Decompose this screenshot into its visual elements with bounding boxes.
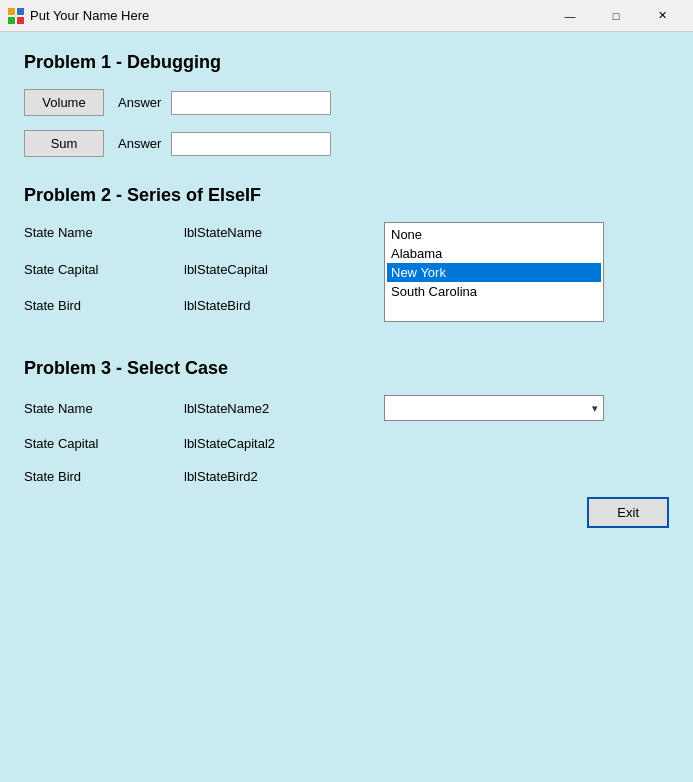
sum-button[interactable]: Sum (24, 130, 104, 157)
answer-label-2: Answer (118, 136, 161, 151)
problem1-section: Problem 1 - Debugging Volume Answer Sum … (24, 52, 669, 157)
svg-rect-1 (17, 8, 24, 15)
listbox-item-alabama[interactable]: Alabama (387, 244, 601, 263)
svg-rect-2 (8, 17, 15, 24)
state-listbox[interactable]: None Alabama New York South Carolina (384, 222, 604, 322)
lbl-state-capital-p3: lblStateCapital2 (184, 433, 384, 454)
lbl-state-bird-p2: lblStateBird (184, 295, 384, 316)
problem2-heading: Problem 2 - Series of ElseIF (24, 185, 669, 206)
svg-rect-3 (17, 17, 24, 24)
lbl-state-capital-p2: lblStateCapital (184, 259, 384, 280)
minimize-button[interactable]: — (547, 0, 593, 32)
problem1-heading: Problem 1 - Debugging (24, 52, 669, 73)
state-name-label-p3: State Name (24, 398, 184, 419)
maximize-button[interactable]: □ (593, 0, 639, 32)
listbox-item-none[interactable]: None (387, 225, 601, 244)
state-name-label-p2: State Name (24, 222, 184, 243)
svg-rect-0 (8, 8, 15, 15)
problem2-grid: State Name lblStateName None Alabama New… (24, 222, 669, 322)
problem3-section: Problem 3 - Select Case State Name lblSt… (24, 358, 669, 528)
state-capital-label-p2: State Capital (24, 259, 184, 280)
lbl-state-name-p2: lblStateName (184, 222, 384, 243)
listbox-item-southcarolina[interactable]: South Carolina (387, 282, 601, 301)
close-button[interactable]: ✕ (639, 0, 685, 32)
problem3-heading: Problem 3 - Select Case (24, 358, 669, 379)
volume-row: Volume Answer (24, 89, 669, 116)
sum-answer-input[interactable] (171, 132, 331, 156)
lbl-state-name-p3: lblStateName2 (184, 398, 384, 419)
window-controls: — □ ✕ (547, 0, 685, 32)
sum-row: Sum Answer (24, 130, 669, 157)
exit-button-row: Exit (24, 497, 669, 528)
lbl-state-bird-p3: lblStateBird2 (184, 466, 384, 487)
state-combobox-wrapper: None Alabama New York South Carolina ▾ (384, 395, 604, 421)
listbox-item-newyork[interactable]: New York (387, 263, 601, 282)
app-title: Put Your Name Here (30, 8, 547, 23)
volume-button[interactable]: Volume (24, 89, 104, 116)
answer-label-1: Answer (118, 95, 161, 110)
exit-button[interactable]: Exit (587, 497, 669, 528)
state-bird-label-p3: State Bird (24, 466, 184, 487)
combobox-container: None Alabama New York South Carolina ▾ (384, 395, 669, 421)
app-icon (8, 8, 24, 24)
main-content: Problem 1 - Debugging Volume Answer Sum … (0, 32, 693, 576)
state-dropdown[interactable]: None Alabama New York South Carolina (384, 395, 604, 421)
state-bird-label-p2: State Bird (24, 295, 184, 316)
problem3-grid: State Name lblStateName2 None Alabama Ne… (24, 395, 669, 487)
state-capital-label-p3: State Capital (24, 433, 184, 454)
problem2-section: Problem 2 - Series of ElseIF State Name … (24, 185, 669, 322)
title-bar: Put Your Name Here — □ ✕ (0, 0, 693, 32)
volume-answer-input[interactable] (171, 91, 331, 115)
